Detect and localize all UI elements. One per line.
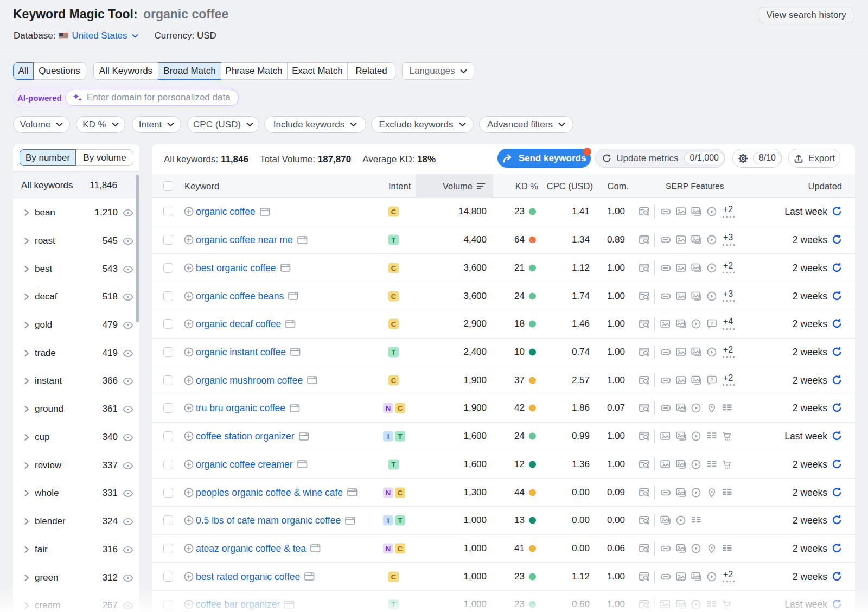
svg-text:?: ?: [710, 320, 713, 326]
svg-text:?: ?: [710, 377, 713, 382]
